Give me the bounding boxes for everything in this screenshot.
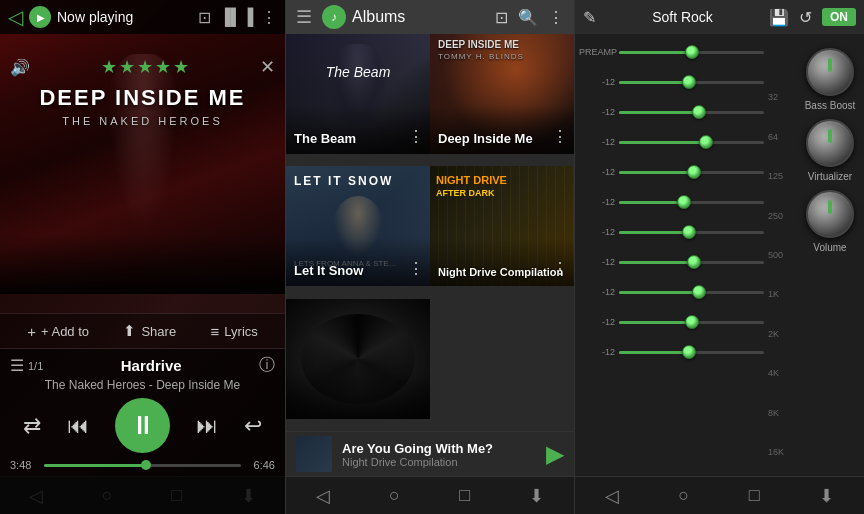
album-item-the-beam[interactable]: The Beam The Beam ⋮	[286, 34, 430, 154]
volume-knob[interactable]	[806, 190, 854, 238]
eq-band-16k: -12	[579, 338, 764, 366]
queue-icon[interactable]: ☰	[10, 356, 24, 375]
back-icon[interactable]: ◁	[8, 5, 23, 29]
albums-title: Albums	[352, 8, 495, 26]
star-rating[interactable]: ★ ★ ★ ★ ★	[101, 56, 189, 78]
eq-freq-32: 32	[768, 83, 796, 111]
eq-250-slider[interactable]	[619, 171, 764, 174]
eq-16k-knob[interactable]	[682, 345, 696, 359]
eq-125-knob[interactable]	[699, 135, 713, 149]
eq-reset-icon[interactable]: ↺	[799, 8, 812, 27]
album-item-night-drive[interactable]: NIGHT DRIVE AFTER DARK Night Drive Compi…	[430, 166, 574, 286]
album-snow-more-button[interactable]: ⋮	[408, 259, 424, 278]
eq-pencil-icon[interactable]: ✎	[583, 8, 596, 27]
albums-nav-down[interactable]: ⬇	[521, 481, 552, 511]
eq-64-knob[interactable]	[692, 105, 706, 119]
eq-125-slider[interactable]	[619, 141, 764, 144]
eq-band-8k: -12	[579, 308, 764, 336]
play-pause-button[interactable]: ⏸	[115, 398, 170, 453]
eq-preamp-label: PREAMP	[579, 47, 615, 57]
album-label-deep: Deep Inside Me	[438, 131, 533, 146]
mini-play-button[interactable]: ▶	[546, 440, 564, 468]
star-3[interactable]: ★	[137, 56, 153, 78]
album-title-overlay: DEEP INSIDE ME THE NAKED HEROES	[0, 85, 285, 127]
cast-icon[interactable]: ⊡	[198, 8, 211, 27]
eq-2k-slider[interactable]	[619, 261, 764, 264]
add-to-button[interactable]: + + Add to	[27, 322, 89, 340]
star-1[interactable]: ★	[101, 56, 117, 78]
eq-nav-back[interactable]: ◁	[597, 481, 627, 511]
track-info-icon[interactable]: ⓘ	[259, 355, 275, 376]
next-button[interactable]: ⏭	[196, 413, 218, 439]
album-beam-more-button[interactable]: ⋮	[408, 127, 424, 146]
album-item-let-it-snow[interactable]: LET IT SNOW LETS FROM ANNA & STE... Let …	[286, 166, 430, 286]
player-panel: ◁ ▶ Now playing ⊡ ▐▌▐ ⋮ 🔊 ★ ★ ★ ★ ★ ✕ DE…	[0, 0, 285, 514]
eq-nav-down[interactable]: ⬇	[811, 481, 842, 511]
eq-500-slider[interactable]	[619, 201, 764, 204]
album-night-more-button[interactable]: ⋮	[552, 259, 568, 278]
eq-band-500: -12	[579, 188, 764, 216]
album-label-snow: Let It Snow	[294, 263, 363, 278]
lyrics-button[interactable]: ≡ Lyrics	[211, 322, 258, 340]
lyrics-label: Lyrics	[224, 324, 257, 339]
eq-32-knob[interactable]	[682, 75, 696, 89]
albums-nav-square[interactable]: □	[451, 481, 478, 510]
eq-500-knob[interactable]	[677, 195, 691, 209]
eq-freq-4k: 4K	[768, 359, 796, 387]
eq-8k-slider[interactable]	[619, 321, 764, 324]
albums-nav-home[interactable]: ○	[381, 481, 408, 510]
album-deep-more-button[interactable]: ⋮	[552, 127, 568, 146]
mini-track-title: Are You Going With Me?	[342, 441, 536, 456]
eq-on-button[interactable]: ON	[822, 8, 856, 26]
equalizer-icon[interactable]: ▐▌▐	[219, 8, 253, 26]
bass-boost-knob[interactable]	[806, 48, 854, 96]
albums-header-icons: ⊡ 🔍 ⋮	[495, 8, 564, 27]
eq-preamp-knob[interactable]	[685, 45, 699, 59]
eq-32-slider[interactable]	[619, 81, 764, 84]
albums-more-icon[interactable]: ⋮	[548, 8, 564, 27]
albums-nav-back[interactable]: ◁	[308, 481, 338, 511]
eq-freq-2k: 2K	[768, 320, 796, 348]
more-options-icon[interactable]: ⋮	[261, 8, 277, 27]
star-4[interactable]: ★	[155, 56, 171, 78]
eq-nav-square[interactable]: □	[741, 481, 768, 510]
progress-fill	[44, 464, 146, 467]
eq-save-icon[interactable]: 💾	[769, 8, 789, 27]
repeat-button[interactable]: ↩	[244, 413, 262, 439]
eq-freq-64: 64	[768, 123, 796, 151]
eq-4k-slider[interactable]	[619, 291, 764, 294]
star-5[interactable]: ★	[173, 56, 189, 78]
virtualizer-knob[interactable]	[806, 119, 854, 167]
header-play-button[interactable]: ▶	[29, 6, 51, 28]
eq-16k-slider[interactable]	[619, 351, 764, 354]
add-icon: +	[27, 323, 36, 340]
shuffle-button[interactable]: ⇄	[23, 413, 41, 439]
eq-nav-home[interactable]: ○	[670, 481, 697, 510]
eq-1k-knob[interactable]	[682, 225, 696, 239]
volume-icon[interactable]: 🔊	[10, 58, 30, 77]
eq-8k-label: -12	[579, 317, 615, 327]
albums-search-icon[interactable]: 🔍	[518, 8, 538, 27]
eq-64-slider[interactable]	[619, 111, 764, 114]
close-icon[interactable]: ✕	[260, 56, 275, 78]
eq-main-area: PREAMP -12 -12	[575, 34, 864, 476]
prev-button[interactable]: ⏮	[67, 413, 89, 439]
eq-preamp-slider[interactable]	[619, 51, 764, 54]
albums-cast-icon[interactable]: ⊡	[495, 8, 508, 27]
eq-1k-slider[interactable]	[619, 231, 764, 234]
time-current: 3:48	[10, 459, 38, 471]
eq-250-fill	[619, 171, 694, 174]
eq-8k-knob[interactable]	[685, 315, 699, 329]
share-button[interactable]: ⬆ Share	[123, 322, 176, 340]
bass-boost-label: Bass Boost	[805, 100, 856, 111]
hamburger-icon[interactable]: ☰	[296, 6, 312, 28]
eq-4k-knob[interactable]	[692, 285, 706, 299]
eq-freq-8k: 8K	[768, 399, 796, 427]
app-logo: ♪	[322, 5, 346, 29]
eq-250-knob[interactable]	[687, 165, 701, 179]
album-item-dark[interactable]	[286, 299, 430, 419]
eq-2k-knob[interactable]	[687, 255, 701, 269]
album-item-deep-inside-me[interactable]: DEEP INSIDE ME TOMMY H. BLINDS Deep Insi…	[430, 34, 574, 154]
star-2[interactable]: ★	[119, 56, 135, 78]
progress-bar[interactable]	[44, 464, 241, 467]
